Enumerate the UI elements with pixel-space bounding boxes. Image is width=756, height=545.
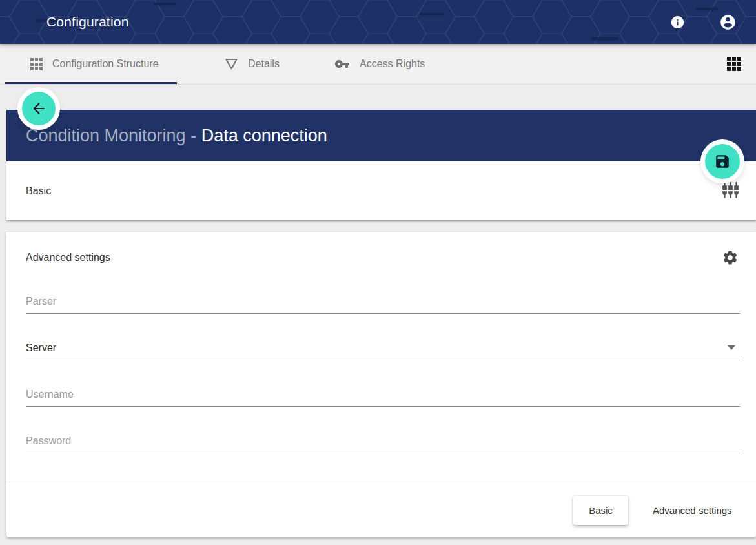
active-tab-indicator [5, 82, 177, 84]
advanced-settings-button[interactable]: Advanced settings [642, 496, 742, 525]
app-title: Configuration [46, 0, 129, 44]
configuration-page: Configuration Configuration Structure [0, 0, 756, 545]
tab-details[interactable]: Details [225, 44, 280, 84]
info-icon[interactable] [664, 9, 690, 35]
page-title: Condition Monitoring - Data connection [26, 110, 327, 161]
save-button[interactable] [705, 144, 740, 179]
account-icon[interactable] [715, 9, 741, 35]
page-header: Condition Monitoring - Data connection [6, 110, 756, 161]
input-component-icon[interactable] [722, 181, 739, 201]
apps-grid-icon [30, 58, 43, 70]
page-title-name: Data connection [201, 126, 327, 146]
server-select-value: Server [26, 340, 740, 360]
tab-configuration-structure[interactable]: Configuration Structure [30, 44, 159, 84]
basic-section-label: Basic [26, 161, 51, 220]
page-background [0, 537, 756, 545]
basic-section[interactable]: Basic [6, 161, 756, 220]
password-input[interactable] [26, 433, 740, 453]
tab-label: Details [248, 58, 280, 70]
parser-input[interactable] [26, 293, 740, 314]
tab-label: Access Rights [360, 58, 425, 70]
advanced-settings-card: Advanced settings Server Basic Advanced … [6, 232, 756, 537]
tab-label: Configuration Structure [52, 58, 159, 70]
back-button[interactable] [22, 92, 56, 125]
tab-access-rights[interactable]: Access Rights [334, 44, 425, 84]
username-input[interactable] [26, 386, 740, 407]
server-select[interactable]: Server [26, 340, 740, 360]
spacer-band [0, 85, 756, 110]
card-footer: Basic Advanced settings [6, 482, 756, 537]
basic-view-button[interactable]: Basic [573, 496, 628, 525]
save-icon [714, 153, 731, 170]
tab-bar: Configuration Structure Details Access R… [0, 44, 756, 85]
apps-grid-icon-dark[interactable] [727, 44, 741, 84]
key-icon [334, 56, 350, 72]
advanced-settings-title: Advanced settings [26, 252, 110, 263]
app-bar: Configuration [0, 0, 756, 44]
filter-icon [225, 58, 238, 70]
gear-icon[interactable] [722, 249, 739, 269]
chevron-down-icon [728, 345, 735, 350]
arrow-left-icon [30, 100, 47, 117]
page-title-context: Condition Monitoring - [26, 126, 201, 146]
